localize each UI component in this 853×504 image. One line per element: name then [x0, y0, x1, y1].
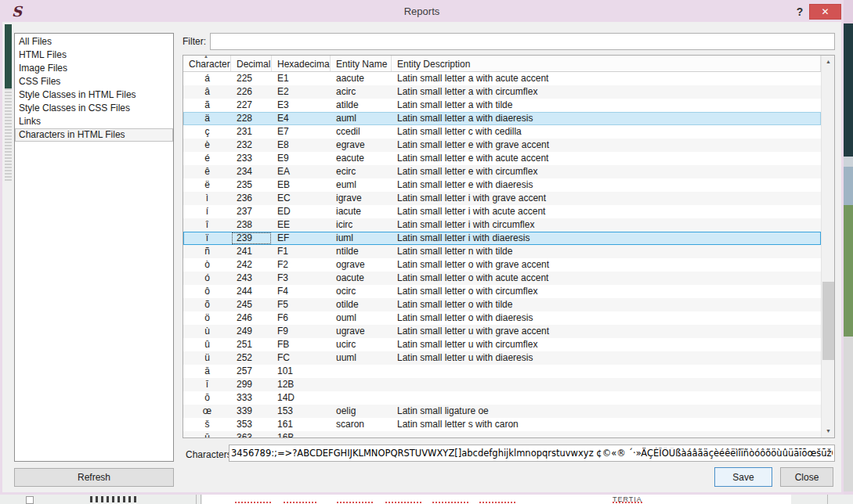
- cell-decimal[interactable]: 236: [231, 192, 272, 205]
- sidebar-item[interactable]: Links: [15, 115, 173, 128]
- cell-hex[interactable]: EB: [272, 178, 331, 192]
- cell-decimal[interactable]: 353: [231, 418, 272, 431]
- cell-decimal[interactable]: 257: [231, 365, 272, 378]
- cell-hex[interactable]: EA: [272, 165, 331, 178]
- cell-decimal[interactable]: 226: [231, 85, 272, 99]
- cell-char[interactable]: ê: [183, 165, 231, 178]
- cell-decimal[interactable]: 246: [231, 311, 272, 325]
- cell-hex[interactable]: F3: [272, 272, 331, 285]
- cell-char[interactable]: ō: [183, 391, 231, 405]
- table-row[interactable]: ò242F2ograveLatin small letter o with gr…: [183, 258, 821, 272]
- cell-entity[interactable]: [331, 431, 392, 437]
- cell-description[interactable]: [392, 378, 821, 391]
- table-row[interactable]: ñ241F1ntildeLatin small letter n with ti…: [183, 245, 821, 258]
- cell-decimal[interactable]: 238: [231, 218, 272, 232]
- table-row[interactable]: ê234EAecircLatin small letter e with cir…: [183, 165, 821, 178]
- cell-description[interactable]: Latin small letter e with acute accent: [392, 152, 821, 165]
- cell-entity[interactable]: oacute: [331, 272, 392, 285]
- cell-description[interactable]: Latin small letter a with tilde: [392, 99, 821, 112]
- cell-entity[interactable]: uuml: [331, 351, 392, 365]
- cell-description[interactable]: Latin small letter i with diaeresis: [392, 232, 821, 245]
- cell-entity[interactable]: ouml: [331, 311, 392, 325]
- cell-description[interactable]: Latin small letter u with diaeresis: [392, 351, 821, 365]
- cell-decimal[interactable]: 237: [231, 205, 272, 218]
- table-row[interactable]: ó243F3oacuteLatin small letter o with ac…: [183, 272, 821, 285]
- cell-description[interactable]: Latin small letter o with diaeresis: [392, 311, 821, 325]
- cell-description[interactable]: Latin small letter a with diaeresis: [392, 112, 821, 125]
- cell-char[interactable]: ì: [183, 192, 231, 205]
- cell-entity[interactable]: igrave: [331, 192, 392, 205]
- cell-description[interactable]: Latin small letter u with circumflex: [392, 338, 821, 351]
- cell-char[interactable]: ë: [183, 178, 231, 192]
- table-row[interactable]: ë235EBeumlLatin small letter e with diae…: [183, 178, 821, 192]
- table-row[interactable]: ã227E3atildeLatin small letter a with ti…: [183, 99, 821, 112]
- cell-hex[interactable]: E2: [272, 85, 331, 99]
- table-row[interactable]: ù249F9ugraveLatin small letter u with gr…: [183, 325, 821, 338]
- cell-decimal[interactable]: 249: [231, 325, 272, 338]
- cell-hex[interactable]: 14D: [272, 391, 331, 405]
- cell-decimal[interactable]: 251: [231, 338, 272, 351]
- cell-char[interactable]: é: [183, 152, 231, 165]
- cell-hex[interactable]: FB: [272, 338, 331, 351]
- column-header[interactable]: Entity Name: [331, 56, 392, 71]
- cell-char[interactable]: í: [183, 205, 231, 218]
- cell-description[interactable]: Latin small ligature oe: [392, 405, 821, 418]
- cell-char[interactable]: š: [183, 418, 231, 431]
- cell-description[interactable]: Latin small letter n with tilde: [392, 245, 821, 258]
- column-header[interactable]: Character▲: [183, 56, 231, 71]
- cell-char[interactable]: â: [183, 85, 231, 99]
- characters-input[interactable]: [229, 445, 835, 462]
- cell-description[interactable]: [392, 365, 821, 378]
- cell-decimal[interactable]: 242: [231, 258, 272, 272]
- cell-entity[interactable]: scaron: [331, 418, 392, 431]
- cell-description[interactable]: Latin small letter o with acute accent: [392, 272, 821, 285]
- cell-entity[interactable]: ccedil: [331, 125, 392, 139]
- scroll-up-icon[interactable]: ▲: [822, 56, 835, 68]
- cell-hex[interactable]: 161: [272, 418, 331, 431]
- cell-char[interactable]: œ: [183, 405, 231, 418]
- cell-hex[interactable]: 12B: [272, 378, 331, 391]
- cell-description[interactable]: Latin small letter e with circumflex: [392, 165, 821, 178]
- table-row[interactable]: ī29912B: [183, 378, 821, 391]
- cell-decimal[interactable]: 339: [231, 405, 272, 418]
- table-row[interactable]: ô244F4ocircLatin small letter o with cir…: [183, 285, 821, 298]
- cell-description[interactable]: Latin small letter c with cedilla: [392, 125, 821, 139]
- cell-char[interactable]: û: [183, 338, 231, 351]
- cell-entity[interactable]: icirc: [331, 218, 392, 232]
- cell-char[interactable]: ç: [183, 125, 231, 139]
- cell-decimal[interactable]: 363: [231, 431, 272, 437]
- cell-entity[interactable]: otilde: [331, 298, 392, 311]
- cell-entity[interactable]: egrave: [331, 139, 392, 152]
- table-row[interactable]: š353161scaronLatin small letter s with c…: [183, 418, 821, 431]
- filter-input[interactable]: [210, 33, 835, 50]
- cell-description[interactable]: Latin small letter o with tilde: [392, 298, 821, 311]
- sidebar-item[interactable]: HTML Files: [15, 49, 173, 62]
- cell-char[interactable]: ô: [183, 285, 231, 298]
- cell-char[interactable]: ó: [183, 272, 231, 285]
- cell-entity[interactable]: [331, 391, 392, 405]
- cell-char[interactable]: ī: [183, 378, 231, 391]
- cell-description[interactable]: Latin small letter i with circumflex: [392, 218, 821, 232]
- cell-hex[interactable]: E4: [272, 112, 331, 125]
- cell-hex[interactable]: ED: [272, 205, 331, 218]
- help-button[interactable]: ?: [793, 4, 807, 20]
- table-row[interactable]: ū36316B: [183, 431, 821, 437]
- cell-char[interactable]: ã: [183, 99, 231, 112]
- cell-decimal[interactable]: 239: [231, 232, 272, 245]
- cell-hex[interactable]: 101: [272, 365, 331, 378]
- report-type-list[interactable]: All FilesHTML FilesImage FilesCSS FilesS…: [14, 33, 174, 462]
- table-row[interactable]: œ339153oeligLatin small ligature oe: [183, 405, 821, 418]
- table-row[interactable]: á225E1aacuteLatin small letter a with ac…: [183, 72, 821, 85]
- cell-decimal[interactable]: 333: [231, 391, 272, 405]
- cell-char[interactable]: ü: [183, 351, 231, 365]
- table-row[interactable]: è232E8egraveLatin small letter e with gr…: [183, 139, 821, 152]
- cell-decimal[interactable]: 243: [231, 272, 272, 285]
- table-row[interactable]: ï239EFiumlLatin small letter i with diae…: [183, 232, 821, 245]
- cell-entity[interactable]: euml: [331, 178, 392, 192]
- cell-entity[interactable]: [331, 365, 392, 378]
- table-row[interactable]: í237EDiacuteLatin small letter i with ac…: [183, 205, 821, 218]
- cell-decimal[interactable]: 252: [231, 351, 272, 365]
- cell-description[interactable]: Latin small letter s with caron: [392, 418, 821, 431]
- cell-decimal[interactable]: 233: [231, 152, 272, 165]
- sidebar-item[interactable]: Style Classes in HTML Files: [15, 88, 173, 102]
